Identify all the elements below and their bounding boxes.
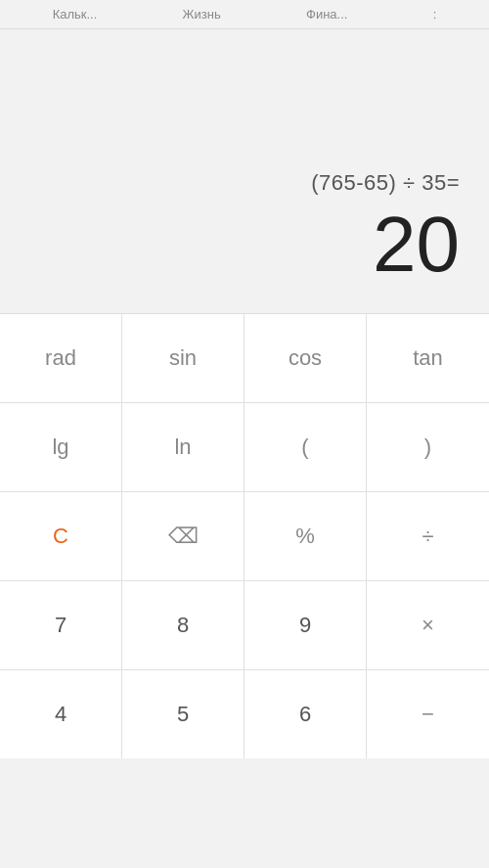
key-ln[interactable]: ln [122,403,244,491]
keypad-row-3: C ⌫ % ÷ [0,492,489,581]
key-lg[interactable]: lg [0,403,122,491]
key-sin[interactable]: sin [122,314,244,402]
key-percent[interactable]: % [244,492,367,580]
key-7[interactable]: 7 [0,581,122,669]
key-tan[interactable]: tan [367,314,489,402]
key-5[interactable]: 5 [122,670,244,758]
keypad-row-4: 7 8 9 × [0,581,489,670]
keypad-row-5: 4 5 6 − [0,670,489,758]
key-clear[interactable]: C [0,492,122,580]
nav-item-finance[interactable]: Фина... [306,7,347,22]
nav-item-more[interactable]: : [433,7,437,22]
display-area: (765-65) ÷ 35= 20 [0,29,489,313]
key-open-paren[interactable]: ( [244,403,367,491]
keypad: rad sin cos tan lg ln ( ) C ⌫ % ÷ 7 8 9 … [0,313,489,758]
keypad-row-1: rad sin cos tan [0,314,489,403]
backspace-icon: ⌫ [168,524,199,549]
nav-item-calc[interactable]: Кальк... [53,7,98,22]
key-9[interactable]: 9 [244,581,367,669]
key-divide[interactable]: ÷ [367,492,489,580]
key-multiply[interactable]: × [367,581,489,669]
key-backspace[interactable]: ⌫ [122,492,244,580]
key-6[interactable]: 6 [244,670,367,758]
keypad-row-2: lg ln ( ) [0,403,489,492]
key-minus[interactable]: − [367,670,489,758]
expression: (765-65) ÷ 35= [311,170,460,196]
top-nav: Кальк... Жизнь Фина... : [0,0,489,29]
result: 20 [373,206,460,284]
key-close-paren[interactable]: ) [367,403,489,491]
nav-item-life[interactable]: Жизнь [183,7,221,22]
key-4[interactable]: 4 [0,670,122,758]
key-8[interactable]: 8 [122,581,244,669]
key-rad[interactable]: rad [0,314,122,402]
key-cos[interactable]: cos [244,314,367,402]
